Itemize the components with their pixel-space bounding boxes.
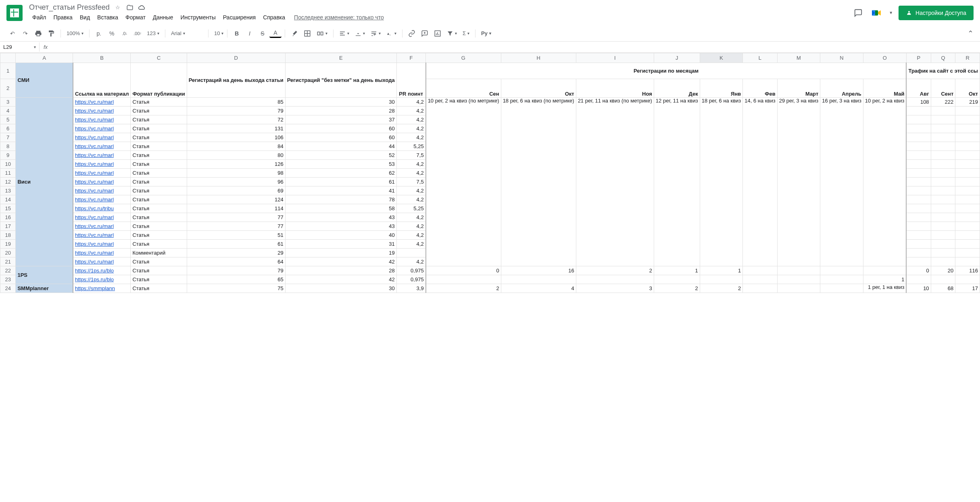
borders-icon[interactable]	[301, 27, 313, 40]
col-header[interactable]: B	[73, 53, 131, 63]
cell[interactable]: 4,2	[396, 98, 425, 107]
cell[interactable]: 114	[187, 204, 285, 213]
cell[interactable]: 28	[285, 107, 396, 115]
cell[interactable]: 53	[285, 160, 396, 169]
cell[interactable]: 68	[931, 284, 955, 293]
cell[interactable]: 96	[187, 178, 285, 186]
formula-input[interactable]	[52, 46, 980, 49]
cell[interactable]: https://vc.ru/tribu	[73, 204, 131, 213]
meet-dropdown-icon[interactable]: ▼	[889, 10, 893, 15]
cell[interactable]: 51	[187, 231, 285, 240]
col-header[interactable]: O	[863, 53, 906, 63]
cell[interactable]: 1	[863, 275, 906, 284]
cell[interactable]: 4,2	[396, 231, 425, 240]
cell[interactable]: 29	[187, 249, 285, 257]
increase-decimal[interactable]: .00↑	[131, 27, 144, 40]
cell[interactable]: 69	[187, 186, 285, 195]
cell[interactable]: 16 рег, 3 на квиз	[820, 98, 863, 266]
row-header[interactable]: 17	[0, 222, 16, 231]
cell[interactable]: https://vc.ru/marl	[73, 124, 131, 133]
cell[interactable]: Статья	[131, 204, 187, 213]
cell[interactable]: 37	[285, 115, 396, 124]
sheets-icon[interactable]	[6, 5, 23, 21]
cell[interactable]	[931, 204, 955, 213]
cell[interactable]: 126	[187, 160, 285, 169]
meet-icon[interactable]	[869, 6, 883, 20]
insert-comment-icon[interactable]	[419, 27, 431, 40]
cell[interactable]: 44	[285, 142, 396, 151]
cell[interactable]: SMMplanner	[16, 284, 73, 293]
strikethrough-icon[interactable]: S	[256, 27, 269, 40]
cell[interactable]: 28	[285, 266, 396, 275]
cell[interactable]	[955, 222, 980, 231]
cell[interactable]: Трафик на сайт с этой ссы	[906, 63, 980, 79]
cell[interactable]: 61	[285, 178, 396, 186]
redo-icon[interactable]: ↷	[19, 27, 31, 40]
cell[interactable]	[931, 124, 955, 133]
cell[interactable]: Окт	[501, 79, 576, 98]
cell[interactable]	[931, 169, 955, 178]
cell[interactable]: 58	[285, 204, 396, 213]
row-header[interactable]: 4	[0, 107, 16, 115]
cell[interactable]	[955, 204, 980, 213]
cell[interactable]: https://vc.ru/marl	[73, 231, 131, 240]
cell[interactable]: Янв	[700, 79, 743, 98]
cell[interactable]: 77	[187, 222, 285, 231]
cell[interactable]	[931, 107, 955, 115]
cell[interactable]	[576, 275, 654, 284]
cell[interactable]: Статья	[131, 107, 187, 115]
insert-link-icon[interactable]	[406, 27, 418, 40]
cell[interactable]	[654, 275, 700, 284]
cell[interactable]: 4,2	[396, 115, 425, 124]
cell[interactable]: 30	[285, 284, 396, 293]
cell[interactable]: Статья	[131, 213, 187, 222]
cell[interactable]: 4,2	[396, 169, 425, 178]
cell[interactable]: Авг	[906, 79, 931, 98]
cell[interactable]	[906, 115, 931, 124]
cell[interactable]	[931, 249, 955, 257]
text-rotate-icon[interactable]: ▾	[384, 29, 399, 38]
cell[interactable]: Регистраций на день выхода статьи	[187, 63, 285, 98]
cell[interactable]: 3,9	[396, 284, 425, 293]
cell[interactable]	[955, 160, 980, 169]
cell[interactable]	[777, 275, 820, 284]
cell[interactable]: Виси	[16, 98, 73, 266]
number-format-select[interactable]: 123▾	[144, 29, 162, 38]
cell[interactable]	[906, 133, 931, 142]
cell[interactable]: https://vc.ru/marl	[73, 186, 131, 195]
cell[interactable]: 131	[187, 124, 285, 133]
col-header[interactable]: H	[501, 53, 576, 63]
cell[interactable]	[955, 107, 980, 115]
cell[interactable]	[931, 160, 955, 169]
percent-format[interactable]: %	[106, 27, 118, 40]
text-wrap-icon[interactable]: ▾	[368, 29, 383, 38]
cell[interactable]	[820, 266, 863, 275]
cell[interactable]: 19	[285, 249, 396, 257]
cell[interactable]: 10 рег, 2 на квиз	[863, 98, 906, 266]
comment-history-icon[interactable]	[853, 7, 864, 19]
cell[interactable]: 1PS	[16, 266, 73, 284]
cell[interactable]	[906, 240, 931, 249]
cell[interactable]: 222	[931, 98, 955, 107]
cell[interactable]	[906, 213, 931, 222]
cell[interactable]: Статья	[131, 231, 187, 240]
cell[interactable]: 1 рег, 1 на квиз	[863, 284, 906, 293]
cell[interactable]	[931, 178, 955, 186]
cell[interactable]: Статья	[131, 240, 187, 249]
row-header[interactable]: 16	[0, 213, 16, 222]
cell[interactable]: 17	[955, 284, 980, 293]
cell[interactable]: 106	[187, 133, 285, 142]
cell[interactable]: https://vc.ru/marl	[73, 160, 131, 169]
cell[interactable]	[906, 151, 931, 160]
last-edit-link[interactable]: Последнее изменение: только что	[294, 14, 384, 21]
cell[interactable]	[955, 178, 980, 186]
menu-view[interactable]: Вид	[77, 13, 93, 22]
menu-insert[interactable]: Вставка	[94, 13, 121, 22]
cell[interactable]: Дек	[654, 79, 700, 98]
cell[interactable]: 29 рег, 3 на квиз	[777, 98, 820, 266]
cell[interactable]: Ссылка на материал	[73, 63, 131, 98]
cell[interactable]: 64	[187, 257, 285, 266]
cell[interactable]: https://vc.ru/marl	[73, 178, 131, 186]
cell[interactable]: 79	[187, 107, 285, 115]
cell[interactable]: https://vc.ru/marl	[73, 115, 131, 124]
